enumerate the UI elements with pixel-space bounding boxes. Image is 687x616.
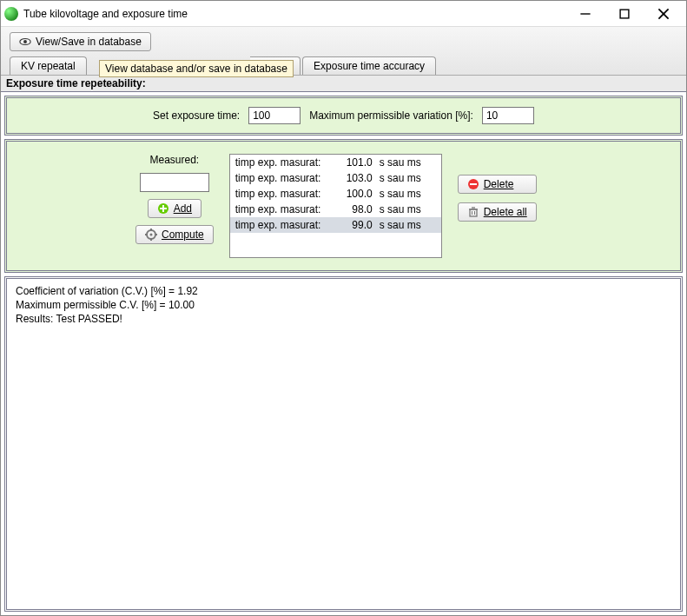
app-window: Tube kilovoltage and exposure time View/… <box>0 0 687 616</box>
set-exposure-label: Set exposure time: <box>153 109 240 122</box>
list-item-value: 98.0 <box>338 203 373 215</box>
list-item[interactable]: timp exp. masurat:99.0s sau ms <box>230 217 441 233</box>
tab-exposure-time-accuracy[interactable]: Exposure time accuracy <box>302 56 436 75</box>
list-item[interactable]: timp exp. masurat:103.0s sau ms <box>230 170 441 186</box>
list-item[interactable]: timp exp. masurat:98.0s sau ms <box>230 202 441 217</box>
list-item-value: 101.0 <box>338 156 373 169</box>
svg-rect-16 <box>470 183 477 185</box>
max-variation-label: Maximum permissible variation [%]: <box>309 109 473 122</box>
results-panel: Coefficient of variation (C.V.) [%] = 1.… <box>4 276 683 612</box>
list-item-label: timp exp. masurat: <box>235 156 331 169</box>
list-item-label: timp exp. masurat: <box>235 219 331 231</box>
view-save-button[interactable]: View/Save in database <box>10 32 151 51</box>
toolbar: View/Save in database KV repeatal ccurac… <box>1 27 686 76</box>
max-variation-input[interactable] <box>482 107 534 124</box>
close-button[interactable] <box>644 2 683 26</box>
minimize-icon <box>579 8 591 20</box>
set-exposure-input[interactable] <box>248 107 301 124</box>
list-item-unit: s sau ms <box>380 219 436 231</box>
eye-icon <box>19 36 31 48</box>
maximize-icon <box>618 8 631 20</box>
measurement-list[interactable]: timp exp. masurat:101.0s sau mstimp exp.… <box>229 154 442 258</box>
list-item-label: timp exp. masurat: <box>235 188 331 200</box>
content-area: Set exposure time: Maximum permissible v… <box>1 92 686 615</box>
list-item-value: 99.0 <box>338 219 373 231</box>
result-cv: Coefficient of variation (C.V.) [%] = 1.… <box>16 284 671 298</box>
tooltip: View database and/or save in database <box>99 60 294 77</box>
compute-label: Compute <box>162 229 204 241</box>
measured-label: Measured: <box>150 154 200 166</box>
delete-all-button[interactable]: Delete all <box>458 202 537 222</box>
measurement-panel: Measured: Add Compute timp exp. masurat:… <box>4 139 683 273</box>
result-max-cv: Maximum permissible C.V. [%] = 10.00 <box>16 298 671 312</box>
measured-input[interactable] <box>140 173 209 192</box>
window-title: Tube kilovoltage and exposure time <box>23 8 565 20</box>
svg-rect-17 <box>470 209 477 216</box>
minimize-button[interactable] <box>565 2 604 26</box>
list-item[interactable]: timp exp. masurat:101.0s sau ms <box>230 155 441 170</box>
svg-point-5 <box>23 40 27 43</box>
delete-label: Delete <box>484 178 514 190</box>
list-item-unit: s sau ms <box>380 172 436 184</box>
app-icon <box>4 7 18 21</box>
result-status: Results: Test PASSED! <box>16 312 671 326</box>
tab-kv-repeatability[interactable]: KV repeatal <box>10 56 87 75</box>
titlebar: Tube kilovoltage and exposure time <box>1 1 686 27</box>
list-item-label: timp exp. masurat: <box>235 172 331 184</box>
section-header: Exposure time repeteability: <box>1 76 686 92</box>
list-item-label: timp exp. masurat: <box>235 203 331 215</box>
gear-icon <box>145 229 157 241</box>
list-item-unit: s sau ms <box>380 203 436 215</box>
list-item-unit: s sau ms <box>380 156 436 169</box>
list-item-value: 100.0 <box>338 188 373 200</box>
exposure-settings-panel: Set exposure time: Maximum permissible v… <box>4 96 683 136</box>
trash-icon <box>467 206 479 218</box>
list-item-value: 103.0 <box>338 172 373 184</box>
delete-icon <box>467 178 479 190</box>
view-save-label: View/Save in database <box>36 36 142 48</box>
plus-icon <box>157 202 169 215</box>
compute-button[interactable]: Compute <box>135 225 214 244</box>
delete-button[interactable]: Delete <box>458 175 537 194</box>
add-label: Add <box>174 202 192 215</box>
list-item[interactable]: timp exp. masurat:100.0s sau ms <box>230 186 441 202</box>
svg-point-10 <box>150 234 153 236</box>
svg-rect-1 <box>620 10 629 18</box>
list-item-unit: s sau ms <box>380 188 436 200</box>
close-icon <box>657 8 670 20</box>
maximize-button[interactable] <box>604 2 644 26</box>
delete-all-label: Delete all <box>484 206 527 218</box>
add-button[interactable]: Add <box>148 199 201 218</box>
